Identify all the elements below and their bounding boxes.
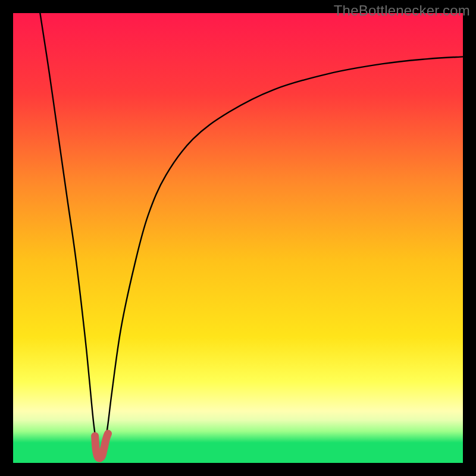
- watermark-text: TheBottlenecker.com: [334, 2, 470, 19]
- curve-layer: [13, 13, 463, 463]
- chart-frame: TheBottlenecker.com: [0, 0, 476, 476]
- optimum-marker: [95, 434, 108, 458]
- plot-area: [13, 13, 463, 463]
- bottleneck-curve: [40, 13, 463, 458]
